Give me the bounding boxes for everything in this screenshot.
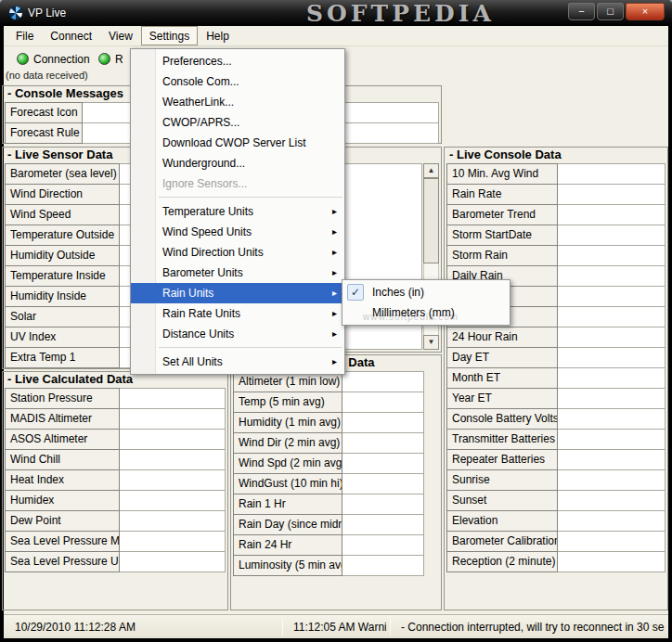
submenu-arrow-icon: ▸ bbox=[332, 283, 337, 303]
row-label[interactable]: Day ET bbox=[446, 347, 558, 368]
row-label[interactable]: Wind Speed bbox=[5, 204, 120, 225]
row-label[interactable]: Transmitter Batteries bbox=[446, 429, 558, 450]
menu-help[interactable]: Help bbox=[198, 26, 238, 45]
row-label[interactable]: ASOS Altimeter bbox=[5, 429, 120, 450]
row-label[interactable]: Storm StartDate bbox=[446, 225, 558, 246]
row-label[interactable]: Month ET bbox=[446, 367, 558, 389]
row-label[interactable]: UV Index bbox=[5, 327, 120, 348]
row-label[interactable]: Wind Direction bbox=[5, 184, 120, 205]
row-label[interactable]: Extra Temp 1 bbox=[5, 347, 120, 368]
row-label[interactable]: Humidity Inside bbox=[5, 286, 120, 307]
menu-item-download-cwop-server-list[interactable]: Download CWOP Server List bbox=[131, 133, 344, 153]
menu-item-rain-units[interactable]: Rain Units▸ bbox=[131, 283, 344, 303]
row-label[interactable]: Humidity (1 min avg) bbox=[233, 412, 342, 433]
menu-item-barometer-units[interactable]: Barometer Units▸ bbox=[131, 263, 344, 283]
menu-item-wind-speed-units[interactable]: Wind Speed Units▸ bbox=[131, 222, 344, 242]
row-label[interactable]: Humidity Outside bbox=[5, 245, 120, 266]
menu-item-ignore-sensors: Ignore Sensors... bbox=[131, 173, 344, 194]
connection-led-icon bbox=[17, 53, 29, 65]
row-value bbox=[342, 494, 424, 515]
row-label[interactable]: Temp (5 min avg) bbox=[233, 392, 342, 413]
row-label[interactable]: Station Pressure bbox=[5, 388, 120, 409]
row-value bbox=[342, 534, 424, 556]
submenu-item-millimeters[interactable]: Millimeters (mm) bbox=[342, 302, 510, 323]
row-value bbox=[558, 469, 666, 491]
minimize-button[interactable]: − bbox=[568, 3, 595, 20]
row-label[interactable]: Wind Chill bbox=[5, 449, 120, 470]
scroll-up-button[interactable]: ▲ bbox=[423, 163, 439, 178]
row-label[interactable]: Dew Point bbox=[5, 510, 120, 532]
row-label[interactable]: Wind Spd (2 min avg) bbox=[233, 453, 342, 474]
table-row: Sunset bbox=[446, 490, 666, 511]
row-value bbox=[120, 551, 226, 572]
menu-item-weatherlink[interactable]: WeatherLink... bbox=[131, 92, 344, 112]
menu-settings[interactable]: Settings bbox=[141, 26, 198, 45]
table-row: ASOS Altimeter bbox=[5, 429, 226, 450]
menu-item-set-all-units[interactable]: Set All Units▸ bbox=[131, 352, 344, 372]
row-label[interactable]: Rain 24 Hr bbox=[233, 534, 342, 556]
menu-view[interactable]: View bbox=[100, 26, 141, 45]
row-label[interactable]: Elevation bbox=[446, 510, 558, 532]
row-value bbox=[558, 449, 666, 470]
table-row: Sea Level Pressure M bbox=[5, 531, 226, 552]
menu-item-wunderground[interactable]: Wunderground... bbox=[131, 153, 344, 173]
row-label[interactable]: Console Battery Volts bbox=[446, 408, 558, 430]
menu-item-cwop-aprs[interactable]: CWOP/APRS... bbox=[131, 112, 344, 133]
row-label[interactable]: Sea Level Pressure U bbox=[5, 551, 120, 572]
row-label[interactable]: Sunset bbox=[446, 490, 558, 511]
table-row: 24 Hour Rain bbox=[446, 327, 666, 348]
row-label[interactable]: 24 Hour Rain bbox=[446, 327, 558, 348]
menu-item-preferences[interactable]: Preferences... bbox=[131, 51, 344, 71]
live-calculated-rows: Station Pressure MADIS Altimeter ASOS Al… bbox=[5, 388, 226, 572]
menu-item-distance-units[interactable]: Distance Units▸ bbox=[131, 324, 344, 344]
row-label[interactable]: 10 Min. Avg Wind bbox=[446, 163, 558, 185]
row-label[interactable]: MADIS Altimeter bbox=[5, 408, 120, 430]
row-label[interactable]: Wind Dir (2 min avg) bbox=[233, 432, 342, 454]
row-label[interactable]: Repeater Batteries bbox=[446, 449, 558, 470]
scrollbar-thumb[interactable] bbox=[423, 178, 439, 263]
row-label[interactable]: Solar bbox=[5, 306, 120, 327]
row-label[interactable]: Year ET bbox=[446, 388, 558, 409]
row-label[interactable]: Heat Index bbox=[5, 469, 120, 491]
row-label[interactable]: Barometer Trend bbox=[446, 204, 558, 225]
submenu-item-inches[interactable]: ✓ Inches (in) bbox=[342, 282, 510, 302]
row-label[interactable]: Temperature Outside bbox=[5, 225, 120, 246]
titlebar[interactable]: VP Live SOFTPEDIA − □ × bbox=[0, 0, 672, 26]
row-label[interactable]: WindGust (10 min hi) bbox=[233, 473, 342, 494]
menu-connect[interactable]: Connect bbox=[42, 26, 100, 45]
row-label[interactable]: Temperature Inside bbox=[5, 265, 120, 287]
row-label[interactable]: Sunrise bbox=[446, 469, 558, 491]
table-row: Station Pressure bbox=[5, 388, 226, 409]
row-value bbox=[342, 371, 424, 392]
menu-item-rain-rate-units[interactable]: Rain Rate Units▸ bbox=[131, 303, 344, 324]
menu-file[interactable]: File bbox=[7, 26, 42, 45]
maximize-button[interactable]: □ bbox=[597, 3, 624, 20]
scroll-down-button[interactable]: ▼ bbox=[423, 335, 439, 350]
row-value bbox=[342, 412, 424, 433]
row-label[interactable]: Rain Day (since midnt) bbox=[233, 514, 342, 535]
row-label[interactable]: Rain Rate bbox=[446, 184, 558, 205]
table-row: Rain 1 Hr bbox=[233, 494, 439, 515]
cwop-aprs-rows: Altimeter (1 min low) Temp (5 min avg) H… bbox=[233, 371, 439, 576]
row-label[interactable]: Forecast Rule bbox=[5, 122, 83, 144]
row-label[interactable]: Rain 1 Hr bbox=[233, 494, 342, 515]
row-label[interactable]: Reception (2 minute) bbox=[446, 551, 558, 572]
menu-item-wind-direction-units[interactable]: Wind Direction Units▸ bbox=[131, 242, 344, 263]
menu-item-temperature-units[interactable]: Temperature Units▸ bbox=[131, 201, 344, 222]
table-row: Wind Dir (2 min avg) bbox=[233, 432, 439, 454]
status-datetime: 10/29/2010 11:12:28 AM bbox=[15, 621, 136, 634]
row-label[interactable]: Forecast Icon bbox=[5, 102, 83, 123]
row-label[interactable]: Storm Rain bbox=[446, 245, 558, 266]
submenu-arrow-icon: ▸ bbox=[332, 324, 337, 344]
table-row: Wind Chill bbox=[5, 449, 226, 470]
row-label[interactable]: Sea Level Pressure M bbox=[5, 531, 120, 552]
close-button[interactable]: × bbox=[626, 3, 665, 20]
app-icon bbox=[8, 6, 23, 20]
row-label[interactable]: Barometer Calibration bbox=[446, 531, 558, 552]
row-label[interactable]: Luminosity (5 min avg) bbox=[233, 555, 342, 576]
row-label[interactable]: Humidex bbox=[5, 490, 120, 511]
menu-item-console-com[interactable]: Console Com... bbox=[131, 71, 344, 92]
row-label[interactable]: Barometer (sea level) bbox=[5, 163, 120, 185]
row-value bbox=[558, 327, 666, 348]
table-row: Dew Point bbox=[5, 510, 226, 532]
